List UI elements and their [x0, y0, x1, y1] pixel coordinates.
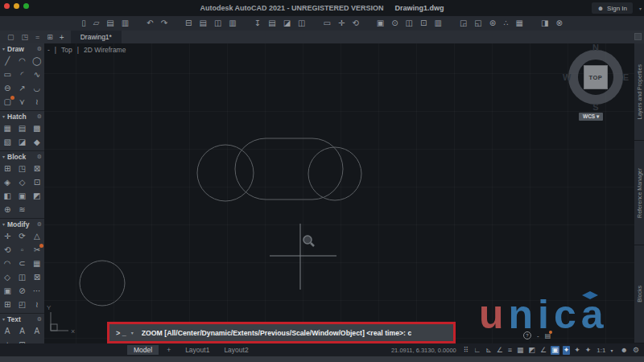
viewport-collapse-control[interactable]: -: [47, 46, 50, 54]
toolbar-icon[interactable]: ⊡: [420, 19, 427, 27]
close-button[interactable]: [4, 3, 10, 9]
tool-icon[interactable]: ⊞: [4, 298, 10, 311]
section-gear-icon[interactable]: ⚙: [37, 46, 42, 52]
toolbar-icon[interactable]: ▯: [81, 19, 86, 27]
tool-icon[interactable]: ⋯: [33, 284, 41, 298]
section-header[interactable]: ▾ Modify ⚙: [0, 219, 44, 229]
tool-icon[interactable]: ✛: [4, 229, 10, 243]
tool-icon[interactable]: ⊠: [34, 270, 40, 284]
toolbar-icon[interactable]: ◲: [460, 19, 467, 27]
status-icon[interactable]: ⊾: [485, 346, 493, 355]
toolbar-icon[interactable]: ⊛: [489, 19, 496, 27]
tool-icon[interactable]: ◇: [19, 175, 26, 189]
toolbar-icon[interactable]: ⊗: [555, 19, 562, 27]
tool-icon[interactable]: ✂: [34, 243, 40, 257]
tool-icon[interactable]: ◳: [19, 162, 26, 175]
annotation-scale-value[interactable]: 1:1: [597, 347, 605, 354]
layout-tab[interactable]: Layout1: [179, 345, 216, 355]
layout-tab[interactable]: +: [160, 345, 177, 355]
toolbar-icon[interactable]: ▣: [377, 19, 384, 27]
collapse-caret-icon[interactable]: ▾: [2, 46, 5, 51]
tool-icon[interactable]: ⊞: [4, 162, 10, 175]
tool-icon[interactable]: ⋎: [19, 95, 25, 109]
customization-gear-icon[interactable]: ⚙: [632, 346, 640, 355]
minimize-button[interactable]: [14, 3, 19, 9]
command-history-caret-icon[interactable]: ▾: [131, 330, 134, 335]
toolbar-icon[interactable]: ▤: [268, 19, 275, 27]
model-space-icon[interactable]: ◳: [22, 33, 29, 41]
panel-toggle-button[interactable]: [634, 33, 642, 40]
tool-icon[interactable]: A: [19, 324, 25, 338]
toolbar-icon[interactable]: ↷: [161, 19, 167, 27]
toolbar-icon[interactable]: ◱: [474, 19, 481, 27]
tool-icon[interactable]: ▧: [3, 135, 10, 149]
start-grid-icon[interactable]: ⊞: [47, 33, 53, 41]
tool-icon[interactable]: ▩: [33, 121, 40, 135]
tool-icon[interactable]: ◠: [4, 257, 11, 270]
tool-icon[interactable]: ▫: [21, 243, 24, 257]
printer-icon[interactable]: ▤: [545, 332, 551, 339]
tool-icon[interactable]: ▤: [19, 121, 26, 135]
tab-reference-manager[interactable]: Reference Manager: [634, 141, 644, 245]
tool-icon[interactable]: ◰: [19, 298, 26, 311]
status-icon[interactable]: ⠿: [463, 346, 470, 355]
tool-icon[interactable]: ◯: [32, 54, 41, 68]
toolbar-icon[interactable]: ✛: [338, 19, 345, 27]
tool-icon[interactable]: ▭: [3, 68, 10, 81]
command-line[interactable]: > _ ▾ ZOOM [All/Center/Dynamic/Extents/P…: [107, 322, 456, 343]
section-header[interactable]: ▾ Hatch ⚙: [0, 111, 44, 121]
collapse-caret-icon[interactable]: ▾: [2, 113, 5, 119]
section-gear-icon[interactable]: ⚙: [37, 316, 42, 323]
viewport-config-icon[interactable]: ▢: [7, 33, 14, 41]
viewcube-east[interactable]: E: [623, 72, 629, 82]
status-icon[interactable]: ✦: [563, 346, 571, 355]
toolbar-icon[interactable]: ↧: [254, 19, 261, 27]
tab-layers-and-properties[interactable]: Layers and Properties: [634, 43, 644, 141]
viewcube-north[interactable]: N: [592, 43, 599, 52]
new-drawing-tab-button[interactable]: +: [60, 33, 64, 42]
drawing-tab[interactable]: Drawing1*: [71, 31, 122, 43]
viewcube-top-face[interactable]: TOP: [584, 65, 608, 89]
section-header[interactable]: ▾ Block ⚙: [0, 151, 44, 162]
tool-icon[interactable]: ◈: [4, 175, 10, 189]
toolbar-icon[interactable]: ⊙: [391, 19, 398, 27]
tool-icon[interactable]: A: [34, 324, 39, 338]
layout-tab[interactable]: Model: [127, 345, 159, 355]
tool-icon[interactable]: ≀: [35, 95, 39, 109]
tool-icon[interactable]: ◆: [34, 135, 40, 149]
toolbar-icon[interactable]: ▱: [93, 19, 100, 27]
tool-icon[interactable]: ⊠: [34, 162, 40, 175]
toolbar-icon[interactable]: ▥: [434, 19, 441, 27]
help-icon[interactable]: ?: [523, 331, 531, 339]
tool-icon[interactable]: A: [5, 324, 10, 338]
status-icon[interactable]: ∠: [496, 346, 504, 355]
tool-icon[interactable]: ≀: [35, 298, 39, 311]
toolbar-icon[interactable]: ◪: [283, 19, 291, 27]
sign-in-button[interactable]: ☻ Sign In: [592, 2, 633, 14]
collapse-caret-icon[interactable]: ▾: [2, 154, 5, 159]
toolbar-icon[interactable]: ∴: [503, 19, 508, 27]
tool-icon[interactable]: ◠: [19, 54, 26, 68]
tool-icon[interactable]: ∿: [34, 68, 40, 81]
tool-icon[interactable]: ▢: [3, 95, 10, 109]
layout-tab[interactable]: Layout2: [217, 345, 254, 355]
collapse-caret-icon[interactable]: ▾: [2, 221, 5, 227]
toolbar-icon[interactable]: ▤: [106, 19, 114, 27]
command-text[interactable]: ZOOM [All/Center/Dynamic/Extents/Previou…: [142, 329, 411, 337]
section-header[interactable]: ▾ Draw ⚙: [0, 43, 44, 54]
tool-icon[interactable]: +: [5, 338, 10, 343]
toolbar-icon[interactable]: ▥: [122, 19, 129, 27]
tool-icon[interactable]: ◪: [19, 135, 26, 149]
tool-icon[interactable]: ▦: [33, 257, 40, 270]
toolbar-icon[interactable]: ◫: [406, 19, 413, 27]
tool-icon[interactable]: △: [34, 229, 40, 243]
tab-blocks[interactable]: Blocks: [634, 245, 644, 343]
status-icon[interactable]: ◩: [528, 346, 537, 355]
tool-icon[interactable]: ◇: [4, 270, 10, 284]
drawing-canvas[interactable]: Y × - | Top | 2D Wireframe TOP N S W E W…: [44, 43, 634, 343]
collapse-caret-icon[interactable]: ▾: [2, 316, 5, 322]
section-gear-icon[interactable]: ⚙: [37, 113, 42, 120]
toolbar-icon[interactable]: ▥: [229, 19, 236, 27]
toolbar-icon[interactable]: ▦: [516, 19, 523, 27]
tool-icon[interactable]: ⊡: [34, 175, 40, 189]
